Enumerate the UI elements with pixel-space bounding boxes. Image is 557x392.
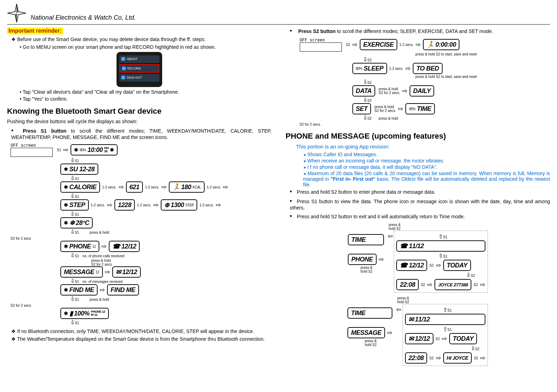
s1-down-label: S1 — [75, 177, 79, 181]
arrow-down-icon: ⇩ — [70, 175, 75, 181]
hold-note: press & hold S2 for 2 secs. — [379, 87, 400, 95]
lcd-calorie: ✱CALORIE — [60, 181, 100, 193]
arrow-down-icon: ⇩ — [363, 114, 367, 121]
bluetooth-icon: ✱ — [64, 287, 68, 293]
lcd-set: SET — [352, 103, 371, 114]
knowing-note-1: If no Bluetooth connection, only TIME, W… — [11, 328, 272, 334]
s2-label: S2 — [473, 283, 478, 287]
msg-time-val: 22:08 — [409, 354, 424, 362]
lcd-calorie-val1: 621 — [126, 181, 143, 193]
s1-down-label: S1 — [75, 231, 79, 234]
message-detail-diagram: TIME MESSAGE ⇨ press & hold S2 press & h… — [286, 296, 550, 366]
arrow-right-icon: ⇨ — [161, 183, 167, 191]
phone-count: 12 — [92, 245, 96, 248]
lcd-tobed: TO BED — [413, 63, 443, 74]
arrow-up-icon: ⇩ — [443, 326, 447, 332]
arrow-right-icon: ⇨ — [416, 41, 421, 48]
s2-label: S2 — [436, 337, 440, 341]
battery-pct: 90% — [80, 148, 86, 152]
hold-note: press & hold S2 for 2 secs — [11, 298, 109, 307]
arrow-down-icon: ⇩ — [70, 228, 75, 235]
left-column: Important reminder: Before use of the Sm… — [7, 27, 272, 369]
secs-note: 1-2 secs. — [207, 185, 221, 189]
arrow-right-icon: ⇨ — [402, 87, 407, 95]
phone-menu-label: RECORD — [127, 67, 141, 70]
phone-menu-signout: SIGN OUT — [119, 74, 159, 81]
phone-menu-label: ABOUT — [127, 57, 138, 61]
s1-label: S1 — [57, 148, 61, 152]
reminder-step-2: Tap "Clear all device's data" and "Clear… — [20, 89, 272, 95]
calorie-v2: 180 — [181, 184, 191, 191]
s2-down-label: S2 — [367, 58, 372, 62]
phone-screenshot: ABOUT RECORD SIGN OUT — [117, 52, 162, 87]
battery-icon: ▮ — [69, 310, 73, 317]
message-label: MESSAGE — [64, 268, 94, 276]
s2-rest: to scroll the different modes; SLEEP, EX… — [336, 28, 493, 34]
hold-note: press & hold S2 — [349, 339, 392, 347]
lcd-date-2: ☎12/12 — [396, 260, 427, 271]
arrow-right-icon: ⇨ — [436, 354, 441, 362]
s2-label: S2 — [474, 356, 478, 360]
secs-note: 1-2 secs. — [199, 203, 214, 207]
hold-note: press & hold S2 — [397, 296, 488, 304]
info-icon — [121, 57, 125, 61]
time-mode-label: TIME — [351, 236, 366, 244]
phonemsg-a4b: "First in- First out" — [331, 176, 375, 182]
arrow-right-icon: ⇨ — [387, 329, 392, 337]
lcd-set-time: 80%TIME — [405, 103, 435, 114]
phonemsg-a3: I f no phone call or message data, it wi… — [303, 164, 550, 170]
date-1: 11/12 — [409, 242, 424, 250]
phone-data-group: ⇩S1 ☎11/12 ⇩S1 ☎12/12 S2⇨ TODAY ⇩S2 22:0… — [394, 231, 488, 293]
reminder-title: Important reminder: — [7, 27, 63, 34]
s1-down-label: S1 — [75, 280, 79, 284]
bluetooth-icon: ✱ — [64, 244, 68, 249]
time-mode-label: TIME — [351, 310, 365, 317]
lcd-message-mode: MESSAGE — [347, 327, 385, 338]
bluetooth-icon: ✱ — [64, 202, 68, 208]
arrow-down-icon: ⇩ — [471, 345, 475, 352]
compass-logo-icon — [7, 4, 26, 23]
arrow-down-icon: ⇩ — [466, 272, 471, 278]
exercise-label: EXERCISE — [363, 41, 394, 48]
message-count: 12 — [96, 270, 99, 274]
lcd-today: TODAY — [443, 260, 471, 271]
s1-mode-diagram: OFF screen S1 ⇨ ✱ 90% 10:00 PM38 ✱ ⇩S1 ✱… — [11, 143, 272, 326]
arrow-right-icon: ⇨ — [223, 183, 228, 191]
set-label: SET — [356, 105, 368, 113]
hold-note: press & hold S2 for 2 secs. — [374, 105, 396, 113]
message-date: 12/12 — [122, 268, 137, 276]
arrow-down-icon: ⇩ — [70, 295, 75, 302]
lcd-sleep: 80%SLEEP — [352, 63, 387, 74]
arrow-up-icon: ⇩ — [443, 306, 447, 313]
lcd-data: DATA — [352, 85, 375, 97]
arrow-right-icon: ⇨ — [405, 65, 411, 72]
s1-down-label: S1 — [75, 298, 79, 301]
arrow-right-icon: ⇨ — [398, 105, 403, 113]
snow-icon: ❄ — [69, 219, 75, 227]
record-icon — [122, 67, 126, 70]
phone-note: no. of phone calls received — [82, 254, 124, 258]
reminder-intro: Before use of the Smart Gear device, you… — [11, 36, 272, 42]
phonemsg-subtitle: This portion is an on-going App revision… — [296, 144, 550, 150]
lcd-findme-2: FIND ME — [107, 284, 139, 295]
s2-lead: Press S2 button — [298, 28, 336, 34]
sleep-label: SLEEP — [364, 65, 384, 72]
bluetooth-icon: ✱ — [64, 166, 68, 172]
lcd-message: MESSAGE12 — [60, 266, 103, 278]
off-screen-box — [300, 42, 342, 52]
phonemsg-b2: Press S1 button to view the data. The ph… — [290, 198, 550, 211]
hold-note: press & hold S2 — [389, 223, 488, 231]
envelope-icon: ✉ — [409, 335, 414, 343]
sleep-note: press & hold S2 to start, save and reset — [416, 75, 550, 79]
lcd-time-mode: TIME — [348, 234, 384, 245]
arrow-down-icon: ⇩ — [70, 157, 75, 164]
s1-instruction: Press S1 button to scroll the different … — [11, 127, 272, 140]
s2-label: S2 — [429, 264, 433, 267]
lcd-findme: ✱FIND ME — [60, 284, 98, 295]
arrow-right-icon: ⇨ — [63, 146, 68, 154]
s1-lead: Press S1 button — [23, 128, 66, 134]
lcd-time-mode: TIME — [347, 307, 392, 319]
message-note: no. of messages received — [82, 280, 122, 284]
step-label: STEP — [69, 201, 85, 209]
phonemsg-a1: Shows Caller ID and Messages. — [303, 152, 550, 157]
